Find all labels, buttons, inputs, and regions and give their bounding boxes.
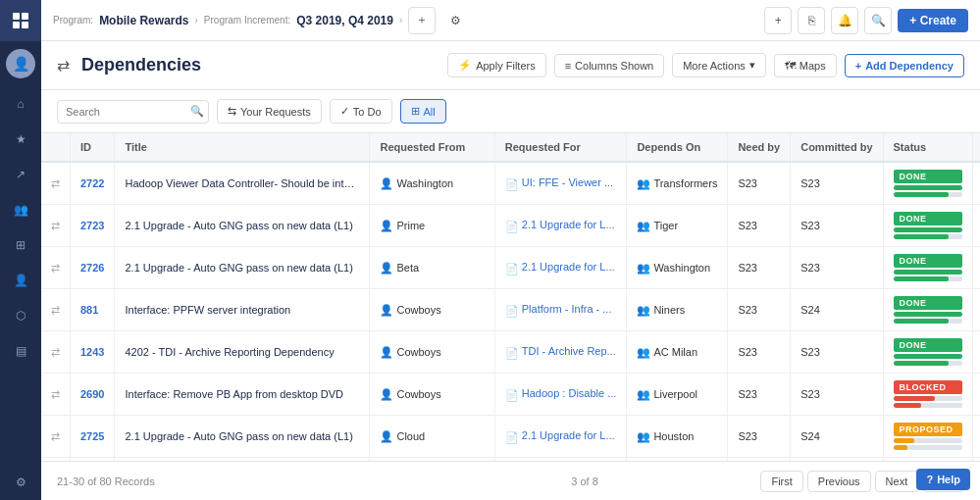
requested-for-link[interactable]: 2.1 Upgrade for L... xyxy=(522,429,615,441)
tab-your-requests[interactable]: ⇆ Your Requests xyxy=(217,99,322,124)
committed-by-cell: S24 xyxy=(791,416,883,458)
copy-button[interactable]: ⎘ xyxy=(798,7,825,34)
more-actions-button[interactable]: More Actions ▾ xyxy=(672,53,766,77)
person-icon: 👤 xyxy=(380,388,393,400)
copy-icon: ⎘ xyxy=(808,14,815,27)
col-depends-on[interactable]: Depends On xyxy=(627,133,728,162)
depends-on-cell: 👥Transformers xyxy=(627,162,728,205)
col-requested-from[interactable]: Requested From xyxy=(370,133,494,162)
title-cell: 2.1 Upgrade - Auto GNG pass on new data … xyxy=(115,247,370,289)
main-content: Program: Mobile Rewards › Program Increm… xyxy=(41,0,980,500)
need-by-cell: S23 xyxy=(728,289,791,331)
id-cell[interactable]: 2726 xyxy=(71,247,115,289)
status-progress: DONE xyxy=(894,212,962,239)
breadcrumb-increment: Program Increment: Q3 2019, Q4 2019 xyxy=(204,14,393,27)
status-badge: BLOCKED xyxy=(894,380,962,394)
sidebar-item-org[interactable]: ⊞ xyxy=(0,227,41,263)
col-title[interactable]: Title xyxy=(115,133,370,162)
add-item-button[interactable]: ＋ xyxy=(408,7,436,34)
progress-bar-2 xyxy=(894,403,962,408)
status-progress: PROPOSED xyxy=(894,423,962,450)
status-cell: DONE xyxy=(883,247,972,289)
filter-icon: ⚡ xyxy=(458,59,472,72)
settings-button[interactable]: ⚙ xyxy=(441,7,469,34)
sidebar-item-teams[interactable]: 👥 xyxy=(0,192,41,227)
search-submit-icon[interactable]: 🔍 xyxy=(190,105,204,118)
requested-from-cell: 👤Washington xyxy=(370,162,494,205)
table-body: ⇄ 2722 Hadoop Viewer Data Controller- Sh… xyxy=(41,162,980,461)
share-icon[interactable]: ⇄ xyxy=(51,430,60,443)
requested-for-link[interactable]: Hadoop : Disable ... xyxy=(522,387,617,399)
id-cell[interactable]: 2725 xyxy=(71,416,115,458)
search-button[interactable]: 🔍 xyxy=(864,7,892,34)
calendar-icon: ▤ xyxy=(16,344,26,358)
tab-all[interactable]: ⊞ All xyxy=(400,99,446,124)
sidebar-item-network[interactable]: ⬡ xyxy=(0,298,41,333)
sidebar-item-home[interactable]: ⌂ xyxy=(0,86,41,122)
maps-button[interactable]: 🗺 Maps xyxy=(774,54,837,77)
requested-for-link[interactable]: 2.1 Upgrade for L... xyxy=(522,219,615,230)
filter-bar: 🔍 ⇆ Your Requests ✓ To Do ⊞ All xyxy=(41,90,980,133)
share-icon[interactable]: ⇄ xyxy=(51,304,60,317)
share-icon[interactable]: ⇄ xyxy=(51,262,60,275)
add-dependency-button[interactable]: + Add Dependency xyxy=(845,54,964,77)
first-page-button[interactable]: First xyxy=(760,471,802,492)
col-requested-for[interactable]: Requested For xyxy=(494,133,627,162)
share-icon[interactable]: ⇄ xyxy=(51,220,60,232)
app-logo[interactable] xyxy=(0,0,41,41)
share-icon[interactable]: ⇄ xyxy=(51,388,60,401)
avatar[interactable]: 👤 xyxy=(6,49,35,78)
home-icon: ⌂ xyxy=(17,97,24,111)
col-status[interactable]: Status xyxy=(883,133,972,162)
share-cell: ⇄ xyxy=(41,247,71,289)
requested-for-link[interactable]: 2.1 Upgrade for L... xyxy=(522,261,615,273)
svg-rect-0 xyxy=(13,13,20,20)
sidebar-item-calendar[interactable]: ▤ xyxy=(0,333,41,369)
progress-bar-2 xyxy=(894,192,962,197)
committed-by-cell: S23 xyxy=(791,374,883,416)
share-icon[interactable]: ⇄ xyxy=(51,177,60,190)
create-button[interactable]: + Create xyxy=(898,9,968,32)
table-wrap: ID Title Requested From Requested For De… xyxy=(41,133,980,461)
next-page-button[interactable]: Next xyxy=(875,471,919,492)
status-cell: DONE xyxy=(883,331,972,374)
svg-rect-2 xyxy=(13,22,20,28)
columns-shown-button[interactable]: ≡ Columns Shown xyxy=(554,54,665,77)
share-icon[interactable]: ⇄ xyxy=(51,346,60,359)
tab-to-do[interactable]: ✓ To Do xyxy=(330,99,392,124)
col-id[interactable]: ID xyxy=(71,133,115,162)
sidebar-item-users[interactable]: 👤 xyxy=(0,263,41,298)
need-by-cell: S23 xyxy=(728,374,791,416)
id-cell[interactable]: 2690 xyxy=(71,374,115,416)
col-program-increment[interactable]: Program Increment xyxy=(972,133,980,162)
id-cell[interactable]: 2723 xyxy=(71,205,115,247)
program-increment-cell: Q3 2019 xyxy=(972,162,980,205)
requested-for-link[interactable]: TDI - Archive Rep... xyxy=(522,345,616,357)
requested-for-link[interactable]: Platform - Infra - ... xyxy=(522,303,612,315)
apply-filters-button[interactable]: ⚡ Apply Filters xyxy=(447,53,546,77)
requested-for-cell: 📄2.1 Upgrade for L... xyxy=(494,205,627,247)
committed-by-cell: S23 xyxy=(791,162,883,205)
id-cell[interactable]: 2722 xyxy=(71,162,115,205)
gear-icon: ⚙ xyxy=(16,475,26,489)
add-bookmark-button[interactable]: + xyxy=(764,7,792,34)
sidebar-item-favorites[interactable]: ★ xyxy=(0,122,41,157)
bell-button[interactable]: 🔔 xyxy=(831,7,858,34)
help-button[interactable]: ? Help xyxy=(916,469,970,490)
users-icon: 👤 xyxy=(14,274,28,287)
prev-page-button[interactable]: Previous xyxy=(807,471,871,492)
person-icon: 👤 xyxy=(380,430,393,442)
settings-gear-icon: ⚙ xyxy=(450,14,461,27)
col-need-by[interactable]: Need by xyxy=(728,133,791,162)
id-cell[interactable]: 881 xyxy=(71,289,115,331)
search-input[interactable] xyxy=(57,100,209,124)
requested-for-link[interactable]: UI: FFE - Viewer ... xyxy=(522,176,613,188)
sidebar-item-settings[interactable]: ⚙ xyxy=(0,465,41,500)
doc-icon: 📄 xyxy=(505,389,519,401)
col-committed-by[interactable]: Committed by xyxy=(791,133,883,162)
sidebar-item-analytics[interactable]: ↗ xyxy=(0,157,41,192)
id-cell[interactable]: 1243 xyxy=(71,331,115,374)
title-cell: Interface: Remove PB App from desktop DV… xyxy=(115,374,370,416)
map-icon: 🗺 xyxy=(785,60,796,72)
program-increment-cell: Q3 2019 xyxy=(972,289,980,331)
